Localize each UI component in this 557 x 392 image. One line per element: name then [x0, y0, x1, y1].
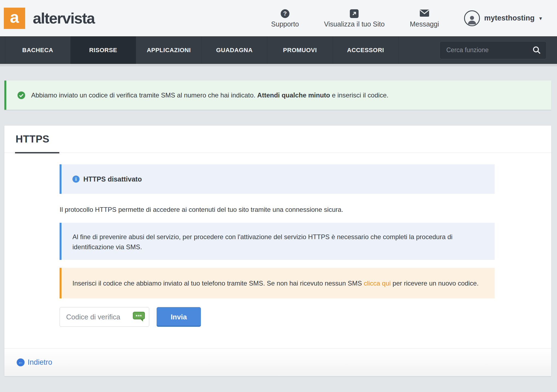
card-header: HTTPS: [4, 126, 551, 153]
info-icon: i: [72, 176, 80, 183]
sms-identification-notice: Al fine di prevenire abusi del servizio,…: [60, 223, 495, 260]
nav-tab-risorse[interactable]: RISORSE: [71, 36, 136, 64]
nav-tab-bacheca[interactable]: BACHECA: [5, 36, 71, 64]
https-status-text: HTTPS disattivato: [83, 175, 142, 183]
support-label: Supporto: [271, 20, 299, 28]
messages-label: Messaggi: [410, 20, 439, 28]
header-menu: ? Supporto Visualizza il tuo Sito: [271, 8, 542, 28]
title-underline: [15, 152, 59, 153]
sms-sent-alert: Abbiamo inviato un codice di verifica tr…: [4, 81, 551, 110]
search-input[interactable]: [439, 41, 547, 59]
top-header: a altervista ? Supporto Visualizza il tu…: [0, 0, 557, 36]
logo-mark-icon: a: [4, 8, 25, 29]
https-card: HTTPS i HTTPS disattivato Il protocollo …: [4, 126, 551, 376]
card-body: i HTTPS disattivato Il protocollo HTTPS …: [4, 153, 551, 327]
page-title: HTTPS: [16, 133, 49, 145]
messages-menu-item[interactable]: Messaggi: [410, 8, 439, 28]
external-link-icon: [350, 9, 359, 18]
nav-tab-guadagna[interactable]: GUADAGNA: [202, 36, 267, 64]
back-arrow-icon: ←: [17, 358, 25, 366]
envelope-icon: [420, 9, 429, 18]
function-search: [439, 41, 547, 59]
nav-shadow: [0, 64, 557, 66]
main-nav: BACHECA RISORSE APPLICAZIONI GUADAGNA PR…: [0, 36, 557, 64]
resend-code-link[interactable]: clicca qui: [364, 280, 391, 287]
help-icon: ?: [281, 9, 289, 18]
card-footer: ← Indietro: [4, 348, 551, 376]
back-link[interactable]: ← Indietro: [17, 358, 52, 367]
code-instructions-box: Inserisci il codice che abbiamo inviato …: [60, 268, 495, 298]
alert-text: Abbiamo inviato un codice di verifica tr…: [31, 91, 388, 100]
verification-form: *** Invia: [60, 307, 495, 327]
submit-button[interactable]: Invia: [157, 307, 201, 327]
view-site-label: Visualizza il tuo Sito: [324, 20, 385, 28]
search-icon[interactable]: [532, 46, 541, 56]
account-menu[interactable]: mytesthosting ▾: [464, 10, 542, 26]
avatar-icon: [464, 10, 480, 26]
back-label: Indietro: [28, 358, 52, 367]
altervista-logo[interactable]: a altervista: [4, 8, 95, 29]
nav-tab-applicazioni[interactable]: APPLICAZIONI: [136, 36, 202, 64]
support-menu-item[interactable]: ? Supporto: [271, 8, 299, 28]
https-status-box: i HTTPS disattivato: [60, 164, 495, 194]
username: mytesthosting: [484, 14, 535, 22]
https-description: Il protocollo HTTPS permette di accedere…: [60, 204, 495, 215]
check-circle-icon: [17, 91, 25, 99]
sms-bubble-icon: ***: [133, 312, 145, 319]
chevron-down-icon: ▾: [539, 15, 542, 22]
nav-tab-accessori[interactable]: ACCESSORI: [333, 36, 398, 64]
logo-text: altervista: [33, 9, 95, 27]
nav-tab-promuovi[interactable]: PROMUOVI: [267, 36, 333, 64]
view-site-menu-item[interactable]: Visualizza il tuo Sito: [324, 8, 385, 28]
